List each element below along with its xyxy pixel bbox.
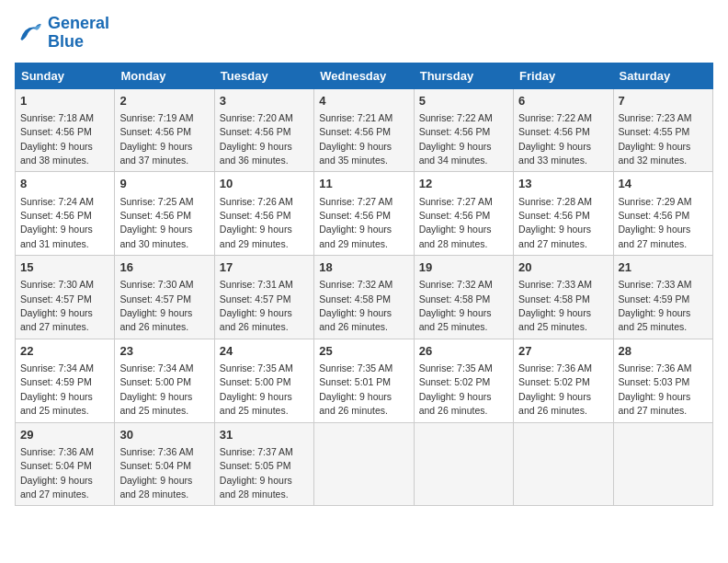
week-row: 22Sunrise: 7:34 AMSunset: 4:59 PMDayligh… [16, 339, 713, 422]
day-info: Sunrise: 7:33 AMSunset: 4:58 PMDaylight:… [518, 279, 592, 332]
day-number: 10 [220, 176, 309, 192]
calendar-cell: 10Sunrise: 7:26 AMSunset: 4:56 PMDayligh… [214, 172, 313, 256]
calendar-cell: 5Sunrise: 7:22 AMSunset: 4:56 PMDaylight… [414, 88, 513, 172]
day-number: 23 [119, 343, 209, 360]
calendar-cell: 29Sunrise: 7:36 AMSunset: 5:04 PMDayligh… [16, 422, 115, 506]
day-info: Sunrise: 7:24 AMSunset: 4:56 PMDaylight:… [20, 196, 94, 249]
calendar-cell: 25Sunrise: 7:35 AMSunset: 5:01 PMDayligh… [314, 339, 414, 422]
header-saturday: Saturday [613, 63, 712, 88]
calendar-cell: 12Sunrise: 7:27 AMSunset: 4:56 PMDayligh… [414, 172, 513, 256]
day-number: 3 [220, 93, 309, 109]
calendar-table: SundayMondayTuesdayWednesdayThursdayFrid… [15, 63, 713, 507]
day-info: Sunrise: 7:35 AMSunset: 5:00 PMDaylight:… [220, 362, 293, 416]
calendar-cell: 19Sunrise: 7:32 AMSunset: 4:58 PMDayligh… [414, 256, 513, 339]
day-info: Sunrise: 7:35 AMSunset: 5:01 PMDaylight:… [319, 362, 392, 416]
day-info: Sunrise: 7:30 AMSunset: 4:57 PMDaylight:… [119, 279, 193, 332]
calendar-cell: 1Sunrise: 7:18 AMSunset: 4:56 PMDaylight… [16, 88, 115, 172]
logo-general: General [48, 15, 109, 33]
day-info: Sunrise: 7:36 AMSunset: 5:04 PMDaylight:… [119, 446, 193, 500]
calendar-cell: 2Sunrise: 7:19 AMSunset: 4:56 PMDaylight… [115, 88, 214, 172]
calendar-cell: 3Sunrise: 7:20 AMSunset: 4:56 PMDaylight… [214, 88, 313, 172]
day-number: 12 [419, 176, 508, 192]
day-info: Sunrise: 7:18 AMSunset: 4:56 PMDaylight:… [20, 112, 94, 166]
calendar-cell: 7Sunrise: 7:23 AMSunset: 4:55 PMDaylight… [613, 88, 712, 172]
day-number: 26 [419, 343, 508, 360]
day-number: 29 [20, 427, 109, 443]
day-number: 27 [518, 343, 608, 360]
calendar-cell: 28Sunrise: 7:36 AMSunset: 5:03 PMDayligh… [613, 339, 712, 422]
calendar-cell [414, 422, 513, 506]
calendar-cell: 18Sunrise: 7:32 AMSunset: 4:58 PMDayligh… [314, 256, 414, 339]
day-info: Sunrise: 7:26 AMSunset: 4:56 PMDaylight:… [220, 196, 293, 249]
day-info: Sunrise: 7:33 AMSunset: 4:59 PMDaylight:… [619, 279, 692, 332]
calendar-header: SundayMondayTuesdayWednesdayThursdayFrid… [16, 63, 713, 88]
day-number: 6 [518, 93, 608, 109]
day-info: Sunrise: 7:28 AMSunset: 4:56 PMDaylight:… [518, 196, 592, 249]
day-number: 16 [119, 259, 209, 276]
day-info: Sunrise: 7:36 AMSunset: 5:02 PMDaylight:… [518, 362, 592, 416]
day-info: Sunrise: 7:37 AMSunset: 5:05 PMDaylight:… [220, 446, 293, 500]
calendar-cell: 24Sunrise: 7:35 AMSunset: 5:00 PMDayligh… [214, 339, 313, 422]
day-info: Sunrise: 7:31 AMSunset: 4:57 PMDaylight:… [220, 279, 293, 332]
calendar-cell: 31Sunrise: 7:37 AMSunset: 5:05 PMDayligh… [214, 422, 313, 506]
day-info: Sunrise: 7:23 AMSunset: 4:55 PMDaylight:… [619, 112, 692, 166]
day-info: Sunrise: 7:27 AMSunset: 4:56 PMDaylight:… [319, 196, 392, 249]
calendar-cell: 22Sunrise: 7:34 AMSunset: 4:59 PMDayligh… [16, 339, 115, 422]
day-number: 30 [119, 427, 209, 443]
day-number: 20 [518, 259, 608, 276]
header-friday: Friday [514, 63, 613, 88]
calendar-cell: 27Sunrise: 7:36 AMSunset: 5:02 PMDayligh… [514, 339, 613, 422]
day-number: 17 [220, 259, 309, 276]
calendar-cell [514, 422, 613, 506]
day-number: 14 [619, 176, 708, 192]
calendar-cell: 23Sunrise: 7:34 AMSunset: 5:00 PMDayligh… [115, 339, 214, 422]
day-info: Sunrise: 7:25 AMSunset: 4:56 PMDaylight:… [119, 196, 193, 249]
day-number: 22 [20, 343, 109, 360]
day-number: 18 [319, 259, 408, 276]
day-info: Sunrise: 7:22 AMSunset: 4:56 PMDaylight:… [518, 112, 592, 166]
day-number: 11 [319, 176, 408, 192]
calendar-cell: 13Sunrise: 7:28 AMSunset: 4:56 PMDayligh… [514, 172, 613, 256]
day-number: 7 [619, 93, 708, 109]
calendar-cell: 17Sunrise: 7:31 AMSunset: 4:57 PMDayligh… [214, 256, 313, 339]
logo-bird-icon [15, 18, 44, 48]
day-info: Sunrise: 7:32 AMSunset: 4:58 PMDaylight:… [419, 279, 493, 332]
week-row: 29Sunrise: 7:36 AMSunset: 5:04 PMDayligh… [16, 422, 713, 506]
calendar-cell: 26Sunrise: 7:35 AMSunset: 5:02 PMDayligh… [414, 339, 513, 422]
calendar-cell: 11Sunrise: 7:27 AMSunset: 4:56 PMDayligh… [314, 172, 414, 256]
day-number: 28 [619, 343, 708, 360]
day-info: Sunrise: 7:36 AMSunset: 5:04 PMDaylight:… [20, 446, 94, 500]
week-row: 8Sunrise: 7:24 AMSunset: 4:56 PMDaylight… [16, 172, 713, 256]
day-number: 13 [518, 176, 608, 192]
calendar-cell: 30Sunrise: 7:36 AMSunset: 5:04 PMDayligh… [115, 422, 214, 506]
calendar-cell: 15Sunrise: 7:30 AMSunset: 4:57 PMDayligh… [16, 256, 115, 339]
calendar-cell: 14Sunrise: 7:29 AMSunset: 4:56 PMDayligh… [613, 172, 712, 256]
logo-blue: Blue [48, 33, 109, 52]
day-info: Sunrise: 7:36 AMSunset: 5:03 PMDaylight:… [619, 362, 692, 416]
day-info: Sunrise: 7:29 AMSunset: 4:56 PMDaylight:… [619, 196, 692, 249]
day-number: 8 [20, 176, 109, 192]
day-number: 24 [220, 343, 309, 360]
calendar-cell: 20Sunrise: 7:33 AMSunset: 4:58 PMDayligh… [514, 256, 613, 339]
calendar-cell: 8Sunrise: 7:24 AMSunset: 4:56 PMDaylight… [16, 172, 115, 256]
day-info: Sunrise: 7:34 AMSunset: 4:59 PMDaylight:… [20, 362, 94, 416]
header-monday: Monday [115, 63, 214, 88]
day-number: 1 [20, 93, 109, 109]
header-sunday: Sunday [16, 63, 115, 88]
day-number: 4 [319, 93, 408, 109]
day-info: Sunrise: 7:32 AMSunset: 4:58 PMDaylight:… [319, 279, 392, 332]
day-info: Sunrise: 7:21 AMSunset: 4:56 PMDaylight:… [319, 112, 392, 166]
day-info: Sunrise: 7:20 AMSunset: 4:56 PMDaylight:… [220, 112, 293, 166]
calendar-cell: 6Sunrise: 7:22 AMSunset: 4:56 PMDaylight… [514, 88, 613, 172]
calendar-cell [314, 422, 414, 506]
page-header: General Blue [15, 15, 713, 52]
day-number: 5 [419, 93, 508, 109]
day-info: Sunrise: 7:19 AMSunset: 4:56 PMDaylight:… [119, 112, 193, 166]
header-thursday: Thursday [414, 63, 513, 88]
header-row: SundayMondayTuesdayWednesdayThursdayFrid… [16, 63, 713, 88]
calendar-cell: 16Sunrise: 7:30 AMSunset: 4:57 PMDayligh… [115, 256, 214, 339]
day-info: Sunrise: 7:22 AMSunset: 4:56 PMDaylight:… [419, 112, 493, 166]
day-number: 19 [419, 259, 508, 276]
day-info: Sunrise: 7:30 AMSunset: 4:57 PMDaylight:… [20, 279, 94, 332]
day-number: 25 [319, 343, 408, 360]
